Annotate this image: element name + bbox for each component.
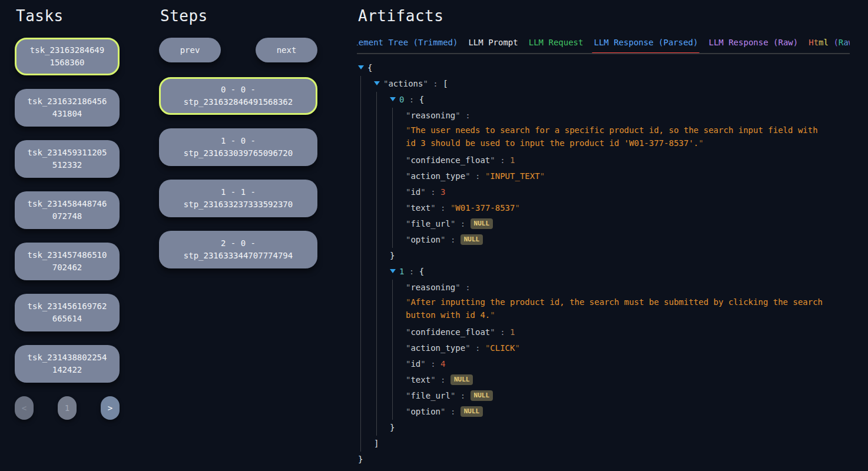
collapse-triangle-icon[interactable] (358, 65, 364, 69)
step-nav: prev next (159, 38, 317, 62)
task-button[interactable]: tsk_231632846491568360 (15, 38, 120, 75)
indent-guide (376, 152, 390, 168)
task-button[interactable]: tsk_231632186456431804 (15, 89, 120, 127)
indent-guide (376, 372, 390, 388)
indent-guide (360, 124, 374, 152)
indent-guide (376, 168, 390, 184)
steps-panel: Steps prev next 0 - 0 - stp_231632846491… (159, 0, 317, 282)
null-badge: NULL (450, 374, 473, 385)
collapse-triangle-icon[interactable] (390, 269, 396, 273)
step-list: 0 - 0 - stp_2316328464915683621 - 0 - st… (159, 77, 317, 268)
json-viewer: {"actions" : [0 : {"reasoning" : "The us… (358, 60, 850, 467)
indent-guide (392, 388, 406, 404)
prev-step-button[interactable]: prev (159, 38, 221, 62)
json-row: "actions" : [ (358, 76, 850, 92)
json-row: "reasoning" : (358, 108, 850, 124)
task-button[interactable]: tsk_231458448746072748 (15, 191, 120, 229)
artifacts-title: Artifacts (358, 7, 850, 25)
task-button[interactable]: tsk_231456169762665614 (15, 294, 120, 331)
indent-guide (360, 356, 374, 372)
indent-guide (376, 388, 390, 404)
indent-guide (392, 372, 406, 388)
indent-guide (392, 296, 406, 324)
steps-title: Steps (160, 7, 317, 25)
indent-guide (376, 296, 390, 324)
json-row: "text" : "W01-377-8537" (358, 200, 850, 216)
prev-page-button[interactable]: < (15, 396, 34, 420)
tab-html-raw[interactable]: Html (Raw) (809, 38, 850, 47)
indent-guide (376, 124, 390, 152)
indent-guide (376, 248, 390, 264)
json-row: "option" : NULL (358, 232, 850, 248)
indent-guide (376, 232, 390, 248)
indent-guide (360, 248, 374, 264)
indent-guide (360, 184, 374, 200)
json-row: "id" : 4 (358, 356, 850, 372)
indent-guide (376, 324, 390, 340)
indent-guide (376, 356, 390, 372)
page-number-button[interactable]: 1 (58, 396, 77, 420)
json-row: "confidence_float" : 1 (358, 152, 850, 168)
indent-guide (360, 152, 374, 168)
json-row: "option" : NULL (358, 404, 850, 420)
indent-guide (360, 436, 374, 452)
step-button[interactable]: 1 - 1 - stp_231633237333592370 (159, 180, 317, 217)
indent-guide (392, 340, 406, 356)
indent-guide (376, 108, 390, 124)
json-row: 1 : { (358, 264, 850, 280)
artifacts-panel: Artifacts Element Tree (Trimmed)LLM Prom… (357, 0, 850, 467)
indent-guide (376, 216, 390, 232)
null-badge: NULL (460, 234, 483, 245)
task-button[interactable]: tsk_231438802254142422 (15, 345, 120, 383)
next-page-button[interactable]: > (101, 396, 120, 420)
null-badge: NULL (471, 218, 493, 229)
indent-guide (376, 280, 390, 296)
indent-guide (392, 280, 406, 296)
indent-guide (360, 264, 374, 280)
json-row: } (358, 420, 850, 436)
indent-guide (360, 388, 374, 404)
json-row: "id" : 3 (358, 184, 850, 200)
tab-llm-prompt[interactable]: LLM Prompt (468, 38, 518, 47)
indent-guide (376, 340, 390, 356)
step-button[interactable]: 1 - 0 - stp_231633039765096720 (159, 128, 317, 166)
json-row: ] (358, 436, 850, 452)
task-button[interactable]: tsk_231457486510702462 (15, 243, 120, 280)
step-button[interactable]: 2 - 0 - stp_231633344707774794 (159, 231, 317, 268)
indent-guide (392, 356, 406, 372)
json-row: "action_type" : "INPUT_TEXT" (358, 168, 850, 184)
next-step-button[interactable]: next (256, 38, 317, 62)
tab-llm-response-raw[interactable]: LLM Response (Raw) (708, 38, 798, 47)
tab-llm-request[interactable]: LLM Request (529, 38, 584, 47)
indent-guide (392, 168, 406, 184)
json-row: "text" : NULL (358, 372, 850, 388)
indent-guide (360, 280, 374, 296)
indent-guide (360, 324, 374, 340)
indent-guide (360, 108, 374, 124)
null-badge: NULL (460, 406, 483, 417)
indent-guide (392, 200, 406, 216)
json-row: } (358, 452, 850, 467)
collapse-triangle-icon[interactable] (390, 97, 396, 101)
json-row: "action_type" : "CLICK" (358, 340, 850, 356)
indent-guide (392, 108, 406, 124)
indent-guide (360, 404, 374, 420)
json-row: { (358, 60, 850, 76)
step-button[interactable]: 0 - 0 - stp_231632846491568362 (159, 77, 317, 115)
indent-guide (392, 232, 406, 248)
collapse-triangle-icon[interactable] (374, 81, 380, 85)
indent-guide (360, 76, 374, 92)
indent-guide (360, 216, 374, 232)
task-button[interactable]: tsk_231459311205512332 (15, 140, 120, 178)
pagination: < 1 > (15, 396, 120, 420)
json-row: "reasoning" : (358, 280, 850, 296)
tab-element-tree-trimmed[interactable]: Element Tree (Trimmed) (357, 38, 458, 47)
tab-llm-response-parsed[interactable]: LLM Response (Parsed) (594, 38, 698, 47)
json-row: "After inputting the product id, the sea… (358, 296, 850, 324)
tab-bar: Element Tree (Trimmed)LLM PromptLLM Requ… (357, 38, 850, 54)
indent-guide (376, 184, 390, 200)
indent-guide (360, 340, 374, 356)
indent-guide (376, 264, 390, 280)
tasks-title: Tasks (16, 7, 120, 25)
json-row: "file_url" : NULL (358, 388, 850, 404)
